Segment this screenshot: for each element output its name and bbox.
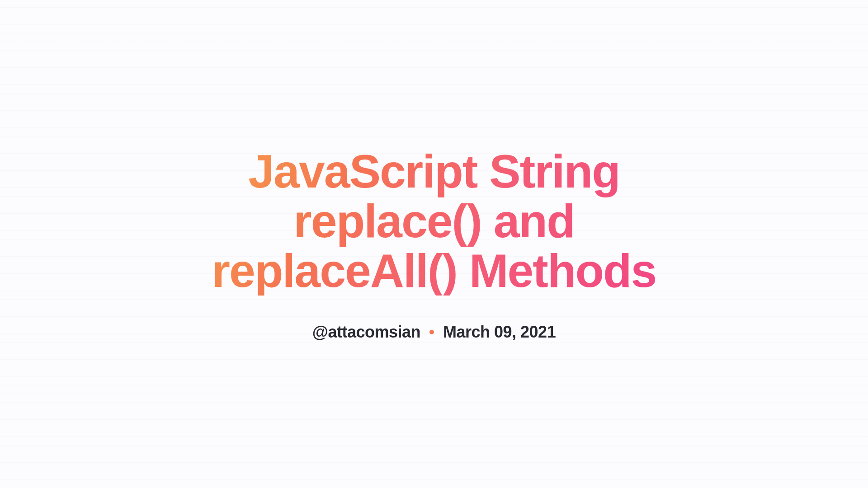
content-container: JavaScript String replace() and replaceA… xyxy=(185,146,683,342)
separator-dot-icon xyxy=(429,330,434,334)
article-meta: @attacomsian March 09, 2021 xyxy=(203,323,665,342)
article-title: JavaScript String replace() and replaceA… xyxy=(203,146,665,296)
author-handle: @attacomsian xyxy=(312,323,420,342)
publish-date: March 09, 2021 xyxy=(443,323,556,342)
